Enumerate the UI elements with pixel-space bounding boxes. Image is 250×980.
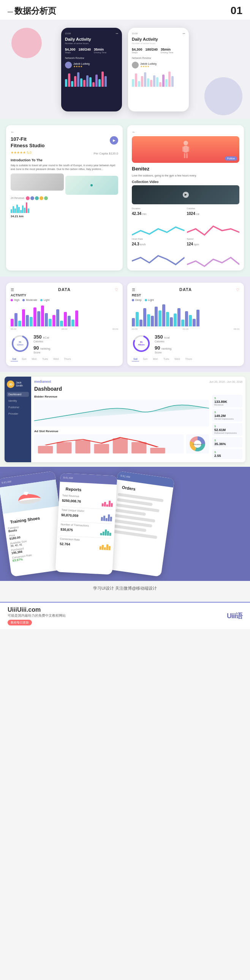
tab-tues-r[interactable]: Tues bbox=[162, 357, 171, 361]
stat-speed: Speed 124 bpm bbox=[187, 238, 240, 266]
tab-sat-r[interactable]: Sat bbox=[132, 357, 139, 361]
metrics-panel: $ 133.89K Revenue $ 149.2M Ad-bid Impres… bbox=[212, 395, 242, 459]
play-button[interactable]: ▶ bbox=[183, 192, 189, 198]
footer-brand-bar: UiiiUiii.com 可能是国内最给力的免费中文教程网站 教程每日更新 Ui… bbox=[0, 602, 250, 629]
bar-chart-dark bbox=[65, 72, 118, 87]
footer-desc: 可能是国内最给力的免费中文教程网站 bbox=[8, 613, 66, 618]
stat-goal-light: 180/240 bbox=[146, 48, 158, 54]
back-arrow-benitez[interactable]: ← bbox=[132, 130, 239, 134]
back-arrow-fitness[interactable]: ← bbox=[11, 130, 118, 134]
tab-mon-r[interactable]: Mon bbox=[151, 357, 160, 361]
footer-logo-text: Uiii语 bbox=[227, 612, 242, 620]
bar-13 bbox=[101, 72, 104, 87]
conversion-bar-chart bbox=[99, 542, 111, 550]
heartrate-sparkline bbox=[132, 247, 185, 275]
svg-rect-13 bbox=[94, 444, 109, 453]
fitness-title: 107-Fit bbox=[11, 136, 45, 142]
daily-activity-subtitle-dark: Number of active hours bbox=[65, 42, 118, 45]
bar-11 bbox=[95, 75, 98, 87]
stat-heartrate: Heart Rate 24.3 km/h bbox=[132, 238, 185, 266]
avatar-dark bbox=[65, 62, 72, 68]
fitness-rating: ★★★★★ 5.0 bbox=[11, 151, 32, 154]
footer-left: UiiiUiii.com 可能是国内最给力的免费中文教程网站 教程每日更新 bbox=[8, 606, 66, 625]
review-avatar-3 bbox=[35, 196, 39, 200]
donut-left: 8h 12min bbox=[11, 334, 30, 353]
daily-activity-subtitle-light: Number of active hours bbox=[132, 42, 185, 45]
dashboard-title: Dashboard bbox=[34, 386, 242, 392]
misc-icon: $ bbox=[214, 450, 240, 454]
data-title-right: DATA bbox=[179, 287, 192, 292]
bar-chart-light bbox=[132, 72, 185, 87]
metric-ad-label: Ad-bid Impressions bbox=[214, 418, 240, 420]
lbar-14 bbox=[171, 76, 174, 87]
tab-sun-r[interactable]: Sun bbox=[141, 357, 149, 361]
metric-ad-value: 149.2M bbox=[214, 414, 240, 418]
report-stat-revenue: Total Revenue $250,008.76 bbox=[62, 494, 113, 507]
video-placeholder: ▶ bbox=[132, 185, 239, 204]
status-bar-dark: 13:09 ▪▪▪ bbox=[65, 32, 118, 35]
tab-thurs-r[interactable]: Thurs bbox=[184, 357, 194, 361]
lbar-9 bbox=[156, 77, 158, 87]
day-tabs-right: Sat Sun Mon Tues Wed Thurs bbox=[132, 357, 239, 361]
donut-text-right: 6h 48min bbox=[137, 341, 146, 346]
collection-label: Collection Video bbox=[132, 180, 239, 184]
metric-delivered-value: 52.61M bbox=[214, 428, 240, 432]
stat-time-dark: 35min Driving Time bbox=[94, 48, 106, 54]
hamburger-icon-left[interactable]: ☰ bbox=[11, 288, 14, 292]
benitez-image: Follow bbox=[132, 136, 239, 163]
bar-9 bbox=[89, 77, 92, 87]
sidebar-item-provider[interactable]: Provider bbox=[7, 411, 29, 416]
heart-icon-left[interactable]: ♡ bbox=[115, 288, 118, 292]
legend-light: Light bbox=[40, 299, 49, 301]
tab-sun[interactable]: Sun bbox=[20, 357, 28, 361]
sidebar-item-identity[interactable]: Identity bbox=[7, 398, 29, 403]
lbar-7 bbox=[150, 80, 152, 87]
legend-light-rest: Light bbox=[145, 299, 154, 301]
hamburger-icon-right[interactable]: ☰ bbox=[132, 288, 135, 292]
svg-rect-11 bbox=[57, 442, 71, 453]
stat-steps-dark: $4,300 Steps bbox=[65, 48, 76, 54]
metric-revenue-label: Revenue bbox=[214, 404, 240, 406]
legend-high: High bbox=[11, 299, 19, 301]
legend-deep: Deep bbox=[132, 299, 142, 301]
navigate-icon[interactable]: ▶ bbox=[110, 136, 118, 145]
calories-left: 350 kCal Calories 90 ranking Score bbox=[33, 333, 118, 354]
tab-wed[interactable]: Wed bbox=[52, 357, 60, 361]
section-daily-activity: 13:09 ▪▪▪ Daily Activity Number of activ… bbox=[0, 20, 250, 119]
orders-content: Orders bbox=[109, 480, 173, 542]
svg-rect-15 bbox=[131, 442, 146, 453]
intro-label: Introduction To The bbox=[11, 158, 118, 162]
sidebar-item-dashboard[interactable]: Dashboard bbox=[7, 392, 29, 397]
svg-rect-2 bbox=[182, 146, 184, 152]
cal-value-right: 350 bbox=[155, 334, 164, 340]
revenue-dollar-icon: $ bbox=[214, 396, 240, 400]
heart-icon-right[interactable]: ♡ bbox=[236, 288, 239, 292]
lbar-12 bbox=[165, 79, 168, 87]
phone-light: 13:09 ▪▪▪ Daily Activity Number of activ… bbox=[128, 28, 189, 111]
intro-text: Italy is suitable to travel all year rou… bbox=[11, 164, 118, 171]
calories-right: 350 kcal Calories 90 ranking Score bbox=[155, 333, 239, 354]
sidebar-avatar: JD bbox=[7, 380, 14, 388]
report-stat-conversion: Conversion Rate 52.764 bbox=[60, 538, 111, 550]
follow-button[interactable]: Follow bbox=[225, 156, 237, 161]
tab-thurs[interactable]: Thurs bbox=[63, 357, 73, 361]
speed-sparkline bbox=[187, 247, 240, 275]
avatar-light bbox=[132, 62, 139, 68]
lbar-10 bbox=[159, 82, 161, 87]
fitness-subtitle: Fitness Studio bbox=[11, 143, 45, 148]
tab-mon[interactable]: Mon bbox=[30, 357, 38, 361]
bar-6 bbox=[80, 78, 82, 87]
tab-sat[interactable]: Sat bbox=[11, 357, 18, 361]
tab-wed-r[interactable]: Wed bbox=[173, 357, 181, 361]
network-review-light: Network Review bbox=[132, 57, 185, 59]
bar-3 bbox=[71, 81, 73, 87]
sidebar-username: Jack Smith bbox=[16, 381, 23, 388]
svg-rect-4 bbox=[184, 153, 185, 158]
visitor-bar-chart bbox=[101, 513, 112, 521]
sidebar-logo-area: JD Jack Smith bbox=[7, 380, 29, 388]
metric-delivered-label: Delivered Impressions bbox=[214, 432, 240, 434]
svg-text:Revenue: Revenue bbox=[193, 443, 203, 445]
avatar-info-dark: Jakob Ludwig ★★★★ bbox=[73, 62, 90, 68]
sidebar-item-publisher[interactable]: Publisher bbox=[7, 405, 29, 410]
tab-tues[interactable]: Tues bbox=[41, 357, 49, 361]
